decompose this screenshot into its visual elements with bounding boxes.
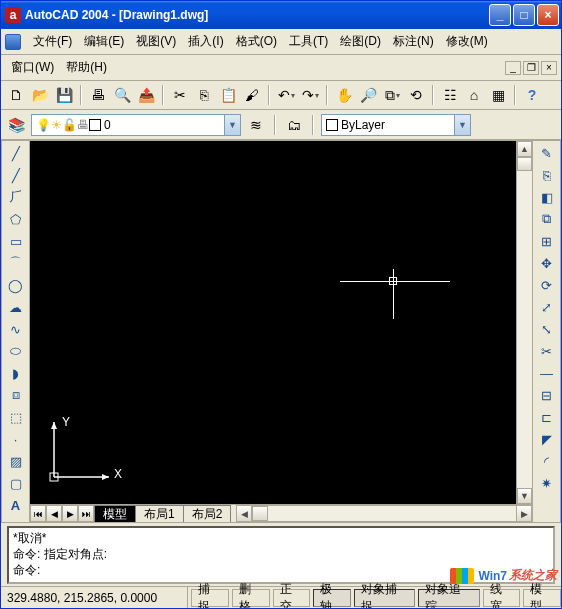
fillet-button[interactable]: ◜ bbox=[536, 451, 558, 471]
break-button[interactable]: ⊏ bbox=[536, 407, 558, 427]
tab-prev-button[interactable]: ◀ bbox=[46, 505, 62, 522]
open-button[interactable]: 📂 bbox=[29, 84, 51, 106]
close-button[interactable]: × bbox=[537, 4, 559, 26]
mirror-button[interactable]: ◧ bbox=[536, 187, 558, 207]
insert-block-button[interactable]: ⧈ bbox=[5, 385, 27, 405]
polar-toggle[interactable]: 极轴 bbox=[313, 589, 351, 607]
tab-last-button[interactable]: ⏭ bbox=[78, 505, 94, 522]
color-dropdown[interactable]: ByLayer ▼ bbox=[321, 114, 471, 136]
otrack-toggle[interactable]: 对象追踪 bbox=[418, 589, 479, 607]
revision-cloud-button[interactable]: ☁ bbox=[5, 297, 27, 317]
tab-model[interactable]: 模型 bbox=[94, 505, 136, 522]
line-button[interactable]: ╱ bbox=[5, 143, 27, 163]
scroll-left-button[interactable]: ◀ bbox=[236, 505, 252, 522]
explode-button[interactable]: ✷ bbox=[536, 473, 558, 493]
mdi-document-icon[interactable] bbox=[5, 34, 21, 50]
menu-dimension[interactable]: 标注(N) bbox=[387, 31, 440, 52]
text-button[interactable]: A bbox=[5, 495, 27, 515]
pan-realtime-button[interactable]: ✋ bbox=[333, 84, 355, 106]
menu-draw[interactable]: 绘图(D) bbox=[334, 31, 387, 52]
menu-edit[interactable]: 编辑(E) bbox=[78, 31, 130, 52]
maximize-button[interactable]: □ bbox=[513, 4, 535, 26]
coordinates-display[interactable]: 329.4880, 215.2865, 0.0000 bbox=[1, 587, 188, 608]
break-at-point-button[interactable]: ⊟ bbox=[536, 385, 558, 405]
move-button[interactable]: ✥ bbox=[536, 253, 558, 273]
construction-line-button[interactable]: ╱ bbox=[5, 165, 27, 185]
point-button[interactable]: · bbox=[5, 429, 27, 449]
region-button[interactable]: ▢ bbox=[5, 473, 27, 493]
extend-button[interactable]: — bbox=[536, 363, 558, 383]
circle-button[interactable]: ◯ bbox=[5, 275, 27, 295]
spline-button[interactable]: ∿ bbox=[5, 319, 27, 339]
rectangle-button[interactable]: ▭ bbox=[5, 231, 27, 251]
ellipse-button[interactable]: ⬭ bbox=[5, 341, 27, 361]
menu-modify[interactable]: 修改(M) bbox=[440, 31, 494, 52]
hatch-button[interactable]: ▨ bbox=[5, 451, 27, 471]
menu-insert[interactable]: 插入(I) bbox=[182, 31, 229, 52]
zoom-window-button[interactable]: ⧉ bbox=[381, 84, 403, 106]
make-block-button[interactable]: ⬚ bbox=[5, 407, 27, 427]
layer-previous-button[interactable]: ≋ bbox=[245, 114, 267, 136]
offset-button[interactable]: ⧉ bbox=[536, 209, 558, 229]
tab-layout1[interactable]: 布局1 bbox=[135, 505, 184, 522]
rotate-button[interactable]: ⟳ bbox=[536, 275, 558, 295]
make-current-button[interactable]: 🗂 bbox=[283, 114, 305, 136]
design-center-button[interactable]: ⌂ bbox=[463, 84, 485, 106]
scroll-up-button[interactable]: ▲ bbox=[517, 141, 532, 157]
save-button[interactable]: 💾 bbox=[53, 84, 75, 106]
array-button[interactable]: ⊞ bbox=[536, 231, 558, 251]
print-button[interactable]: 🖶 bbox=[87, 84, 109, 106]
mdi-restore-button[interactable]: ❐ bbox=[523, 61, 539, 75]
menu-format[interactable]: 格式(O) bbox=[230, 31, 283, 52]
zoom-previous-button[interactable]: ⟲ bbox=[405, 84, 427, 106]
polygon-button[interactable]: ⬠ bbox=[5, 209, 27, 229]
help-button[interactable]: ? bbox=[521, 84, 543, 106]
tab-layout2[interactable]: 布局2 bbox=[183, 505, 232, 522]
layer-dropdown[interactable]: 💡 ☀ 🔓 🖶 0 ▼ bbox=[31, 114, 241, 136]
chamfer-button[interactable]: ◤ bbox=[536, 429, 558, 449]
stretch-button[interactable]: ⤡ bbox=[536, 319, 558, 339]
print-preview-button[interactable]: 🔍 bbox=[111, 84, 133, 106]
trim-button[interactable]: ✂ bbox=[536, 341, 558, 361]
layer-manager-button[interactable]: 📚 bbox=[5, 114, 27, 136]
menu-help[interactable]: 帮助(H) bbox=[60, 57, 113, 78]
arc-button[interactable]: ⌒ bbox=[5, 253, 27, 273]
drawing-canvas[interactable]: X Y bbox=[30, 141, 516, 504]
cut-button[interactable]: ✂ bbox=[169, 84, 191, 106]
scroll-right-button[interactable]: ▶ bbox=[516, 505, 532, 522]
vertical-scrollbar[interactable]: ▲ ▼ bbox=[516, 141, 532, 504]
menu-view[interactable]: 视图(V) bbox=[130, 31, 182, 52]
tab-next-button[interactable]: ▶ bbox=[62, 505, 78, 522]
mdi-minimize-button[interactable]: _ bbox=[505, 61, 521, 75]
erase-button[interactable]: ✎ bbox=[536, 143, 558, 163]
model-toggle[interactable]: 模型 bbox=[523, 589, 561, 607]
menu-tools[interactable]: 工具(T) bbox=[283, 31, 334, 52]
lineweight-toggle[interactable]: 线宽 bbox=[483, 589, 521, 607]
new-button[interactable]: 🗋 bbox=[5, 84, 27, 106]
redo-button[interactable]: ↷ bbox=[299, 84, 321, 106]
copy-button[interactable]: ⎘ bbox=[193, 84, 215, 106]
menu-file[interactable]: 文件(F) bbox=[27, 31, 78, 52]
ellipse-arc-button[interactable]: ◗ bbox=[5, 363, 27, 383]
minimize-button[interactable]: _ bbox=[489, 4, 511, 26]
copy-object-button[interactable]: ⎘ bbox=[536, 165, 558, 185]
paste-button[interactable]: 📋 bbox=[217, 84, 239, 106]
publish-button[interactable]: 📤 bbox=[135, 84, 157, 106]
tab-first-button[interactable]: ⏮ bbox=[30, 505, 46, 522]
zoom-realtime-button[interactable]: 🔎 bbox=[357, 84, 379, 106]
polyline-button[interactable]: ⺁ bbox=[5, 187, 27, 207]
ortho-toggle[interactable]: 正交 bbox=[273, 589, 311, 607]
vscroll-thumb[interactable] bbox=[517, 157, 532, 171]
match-properties-button[interactable]: 🖌 bbox=[241, 84, 263, 106]
undo-button[interactable]: ↶ bbox=[275, 84, 297, 106]
hscroll-thumb[interactable] bbox=[252, 506, 268, 521]
scale-button[interactable]: ⤢ bbox=[536, 297, 558, 317]
osnap-toggle[interactable]: 对象捕捉 bbox=[354, 589, 415, 607]
menu-window[interactable]: 窗口(W) bbox=[5, 57, 60, 78]
tool-palettes-button[interactable]: ▦ bbox=[487, 84, 509, 106]
scroll-down-button[interactable]: ▼ bbox=[517, 488, 532, 504]
horizontal-scrollbar[interactable]: ◀ ▶ bbox=[236, 505, 532, 522]
mdi-close-button[interactable]: × bbox=[541, 61, 557, 75]
grid-toggle[interactable]: 删格 bbox=[232, 589, 270, 607]
snap-toggle[interactable]: 捕捉 bbox=[191, 589, 229, 607]
